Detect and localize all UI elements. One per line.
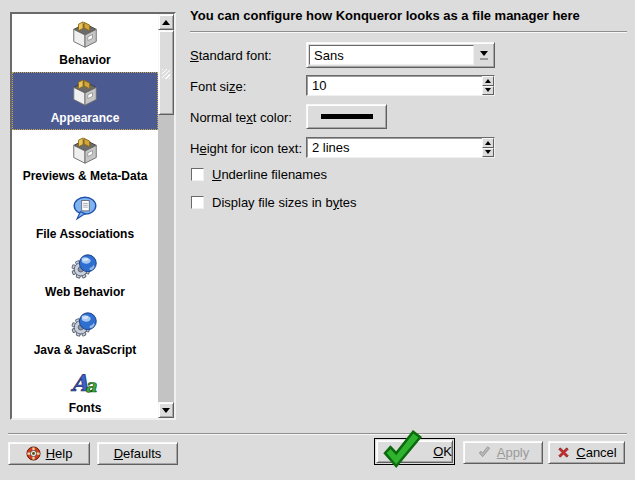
chevron-down-icon <box>480 51 488 56</box>
underline-filenames-checkbox[interactable] <box>191 168 204 181</box>
arrow-up-icon <box>162 20 170 25</box>
svg-text:a: a <box>85 375 97 396</box>
file-cabinet-icon <box>70 78 100 108</box>
sidebar-item-label: Web Behavior <box>45 285 125 299</box>
spin-down-button[interactable] <box>482 148 494 158</box>
sidebar-item-label: Behavior <box>59 53 110 67</box>
spin-up-button[interactable] <box>482 138 494 148</box>
scrollbar-down-button[interactable] <box>158 402 174 418</box>
module-list: Behavior Appearance <box>10 12 176 420</box>
combobox-dropdown-button[interactable] <box>476 46 491 64</box>
life-preserver-icon <box>26 446 41 461</box>
konqueror-file-manager-settings-dialog: Behavior Appearance <box>0 0 635 480</box>
ok-button-label: OK <box>433 444 452 459</box>
sidebar-item-label: Previews & Meta-Data <box>23 169 148 183</box>
globe-gear-icon <box>70 310 100 340</box>
sidebar-item-fonts[interactable]: A a Fonts <box>12 362 158 418</box>
fonts-aa-icon: A a <box>70 368 100 398</box>
icon-text-height-spinbox <box>306 137 495 158</box>
font-size-spin-buttons <box>482 76 494 95</box>
sidebar-item-label: Appearance <box>51 111 120 125</box>
defaults-button[interactable]: Defaults <box>97 442 178 465</box>
spin-up-button[interactable] <box>482 76 494 86</box>
sidebar-item-label: File Associations <box>36 227 134 241</box>
arrow-down-icon <box>485 88 491 92</box>
sidebar-item-previews-meta-data[interactable]: Previews & Meta-Data <box>12 130 158 188</box>
icon-text-height-input[interactable] <box>309 139 480 156</box>
sidebar-item-java-javascript[interactable]: Java & JavaScript <box>12 304 158 362</box>
cancel-button[interactable]: Cancel <box>548 441 625 464</box>
color-swatch <box>321 114 373 119</box>
cancel-button-label: Cancel <box>576 445 616 460</box>
grey-check-icon <box>477 445 492 460</box>
standard-font-label: Standard font: <box>190 48 272 63</box>
speech-bubble-icon <box>70 194 100 224</box>
combobox-selected-text: Sans <box>314 48 344 63</box>
font-size-input[interactable] <box>309 77 480 94</box>
help-button-label: Help <box>46 446 73 461</box>
file-cabinet-icon <box>70 136 100 166</box>
page-title: You can configure how Konqueror looks as… <box>190 8 627 23</box>
arrow-down-icon <box>485 150 491 154</box>
apply-button-label: Apply <box>497 445 530 460</box>
text-color-button[interactable] <box>306 104 387 129</box>
file-cabinet-icon <box>70 20 100 50</box>
module-list-scrollbar[interactable] <box>158 14 174 418</box>
sidebar-item-web-behavior[interactable]: Web Behavior <box>12 246 158 304</box>
sidebar-item-behavior[interactable]: Behavior <box>12 14 158 72</box>
help-button[interactable]: Help <box>8 442 90 465</box>
underline-filenames-label[interactable]: Underline filenames <box>212 167 327 182</box>
sidebar-item-label: Fonts <box>69 401 102 415</box>
normal-text-color-label: Normal text color: <box>190 110 292 125</box>
red-x-icon <box>556 445 571 460</box>
scrollbar-up-button[interactable] <box>158 14 174 30</box>
sidebar-item-appearance[interactable]: Appearance <box>12 72 158 130</box>
apply-button[interactable]: Apply <box>463 441 543 464</box>
green-check-icon <box>377 426 428 477</box>
standard-font-combobox[interactable]: Sans <box>306 42 495 68</box>
arrow-up-icon <box>485 79 491 83</box>
ok-button-default-frame: OK <box>374 438 455 465</box>
font-size-spinbox <box>306 75 495 96</box>
combobox-dash <box>480 58 488 60</box>
defaults-button-label: Defaults <box>114 446 162 461</box>
combobox-value[interactable]: Sans <box>309 45 474 65</box>
icon-text-height-label: Height for icon text: <box>190 141 302 156</box>
arrow-down-icon <box>162 408 170 413</box>
sidebar-item-label: Java & JavaScript <box>34 343 137 357</box>
display-file-sizes-bytes-label[interactable]: Display file sizes in bytes <box>212 195 357 210</box>
footer-separator <box>8 433 627 435</box>
sidebar-item-file-associations[interactable]: File Associations <box>12 188 158 246</box>
arrow-up-icon <box>485 141 491 145</box>
font-size-label: Font size: <box>190 79 246 94</box>
scrollbar-thumb[interactable] <box>158 30 174 115</box>
header-separator <box>190 31 627 33</box>
icon-text-height-spin-buttons <box>482 138 494 157</box>
ok-button[interactable]: OK <box>376 440 453 463</box>
module-list-items: Behavior Appearance <box>12 14 158 418</box>
display-file-sizes-bytes-checkbox[interactable] <box>191 196 204 209</box>
globe-gear-icon <box>70 252 100 282</box>
spin-down-button[interactable] <box>482 86 494 96</box>
